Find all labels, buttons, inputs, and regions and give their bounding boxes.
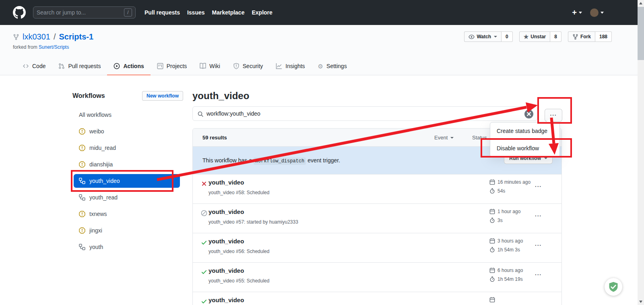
run-duration: 1h 54m 3s bbox=[497, 247, 520, 253]
nav-explore[interactable]: Explore bbox=[252, 9, 272, 16]
run-time: 6 hours ago bbox=[497, 268, 523, 273]
run-title-link[interactable]: youth_video bbox=[208, 208, 244, 215]
repo-tabs: Code Pull requests Actions Projects Wiki… bbox=[16, 58, 353, 75]
tab-label: Security bbox=[243, 63, 263, 69]
run-options-button[interactable]: ··· bbox=[535, 183, 542, 190]
sidebar-item-weibo[interactable]: weibo bbox=[72, 123, 183, 139]
tab-insights[interactable]: Insights bbox=[269, 58, 311, 75]
tab-settings[interactable]: ⚙ Settings bbox=[312, 58, 353, 75]
workflow-search bbox=[192, 106, 537, 121]
pull-request-icon bbox=[58, 63, 65, 69]
book-icon bbox=[200, 63, 206, 69]
sidebar-title: Workflows bbox=[72, 92, 105, 100]
create-new-menu[interactable]: + bbox=[572, 8, 582, 17]
run-title-link[interactable]: youth_video bbox=[208, 179, 244, 186]
user-menu[interactable] bbox=[590, 8, 604, 17]
run-options-button[interactable]: ··· bbox=[535, 213, 542, 219]
graph-icon bbox=[276, 63, 282, 69]
workflow-search-input[interactable] bbox=[206, 107, 516, 120]
repo-fork-icon bbox=[13, 34, 19, 40]
code-icon bbox=[23, 63, 29, 69]
event-filter[interactable]: Event bbox=[434, 135, 454, 141]
sidebar-item-label: weibo bbox=[89, 128, 104, 135]
watch-count[interactable]: 0 bbox=[502, 31, 513, 42]
sidebar-item-jingxi[interactable]: jingxi bbox=[72, 222, 183, 239]
kebab-horizontal-icon: ··· bbox=[535, 213, 542, 219]
caret-down-icon bbox=[579, 12, 582, 14]
menu-item-create-status-badge[interactable]: Create status badge bbox=[490, 122, 559, 139]
tab-label: Wiki bbox=[209, 63, 220, 69]
star-icon: ★ bbox=[524, 34, 529, 39]
run-options-button[interactable]: ··· bbox=[535, 272, 542, 278]
nav-marketplace[interactable]: Marketplace bbox=[212, 9, 245, 16]
sidebar-item-label: dianshijia bbox=[89, 161, 113, 168]
x-icon bbox=[201, 181, 207, 187]
unstar-button[interactable]: ★ Unstar bbox=[519, 31, 551, 42]
play-circle-icon bbox=[114, 63, 120, 69]
star-count[interactable]: 8 bbox=[550, 31, 561, 42]
kebab-horizontal-icon: ··· bbox=[535, 272, 542, 278]
global-search-input[interactable] bbox=[37, 9, 124, 16]
results-count: 59 results bbox=[202, 135, 227, 141]
vertical-scrollbar[interactable] bbox=[638, 0, 644, 305]
run-options-button[interactable]: ··· bbox=[535, 242, 542, 249]
banner-text-post: event trigger. bbox=[308, 157, 340, 164]
repo-name-link[interactable]: Scripts-1 bbox=[59, 32, 94, 41]
nav-issues[interactable]: Issues bbox=[187, 9, 205, 16]
github-logo-icon[interactable] bbox=[13, 6, 26, 19]
sidebar-item-midu-read[interactable]: midu_read bbox=[72, 139, 183, 156]
calendar-icon bbox=[489, 179, 495, 185]
check-icon bbox=[201, 298, 207, 305]
watch-button[interactable]: Watch bbox=[464, 31, 502, 42]
unstar-label: Unstar bbox=[530, 34, 546, 39]
check-icon bbox=[201, 239, 207, 246]
sidebar-item-youth-video[interactable]: youth_video bbox=[74, 174, 180, 188]
sidebar-item-dianshijia[interactable]: dianshijia bbox=[72, 156, 183, 172]
calendar-icon bbox=[489, 209, 495, 214]
run-title-link[interactable]: youth_video bbox=[208, 297, 244, 303]
scrollbar-thumb[interactable] bbox=[638, 7, 644, 60]
breadcrumb: lxk0301 / Scripts-1 bbox=[13, 32, 93, 41]
sidebar-item-all-workflows[interactable]: All workflows bbox=[72, 106, 183, 123]
workflow-icon bbox=[79, 178, 85, 184]
header-right: + bbox=[572, 8, 631, 17]
run-duration: 54s bbox=[497, 188, 505, 194]
fork-button[interactable]: Fork bbox=[568, 31, 595, 42]
search-icon bbox=[197, 111, 204, 117]
sidebar-item-youth[interactable]: youth bbox=[72, 239, 183, 255]
scroll-down-icon[interactable] bbox=[639, 301, 642, 303]
repo-owner-link[interactable]: lxk0301 bbox=[23, 32, 50, 41]
eye-icon bbox=[469, 34, 475, 40]
adguard-badge[interactable] bbox=[605, 278, 622, 296]
tab-code[interactable]: Code bbox=[16, 58, 52, 75]
tab-pull-requests[interactable]: Pull requests bbox=[52, 58, 107, 75]
run-subtitle: youth_video #56: Scheduled bbox=[208, 249, 269, 254]
run-time: 1 hour ago bbox=[497, 209, 520, 214]
nav-pull-requests[interactable]: Pull requests bbox=[144, 9, 180, 16]
tab-projects[interactable]: Projects bbox=[151, 58, 194, 75]
fork-count[interactable]: 188 bbox=[595, 31, 612, 42]
run-time: 3 hours ago bbox=[497, 238, 523, 244]
stopwatch-icon bbox=[489, 276, 495, 282]
fork-note-text: forked from bbox=[13, 44, 39, 50]
tab-label: Actions bbox=[123, 63, 144, 69]
tab-security[interactable]: Security bbox=[227, 58, 270, 75]
menu-item-disable-workflow[interactable]: Disable workflow bbox=[490, 139, 559, 157]
x-circle-icon bbox=[524, 110, 533, 118]
sidebar-item-txnews[interactable]: txnews bbox=[72, 205, 183, 222]
new-workflow-button[interactable]: New workflow bbox=[142, 91, 183, 101]
check-icon bbox=[201, 269, 207, 275]
global-header: / Pull requests Issues Marketplace Explo… bbox=[0, 0, 644, 25]
warning-icon bbox=[79, 145, 85, 151]
tab-actions[interactable]: Actions bbox=[107, 58, 150, 75]
run-title-link[interactable]: youth_video bbox=[208, 238, 244, 245]
stopwatch-icon bbox=[489, 188, 495, 194]
tab-label: Insights bbox=[285, 63, 305, 69]
tab-wiki[interactable]: Wiki bbox=[193, 58, 226, 75]
scroll-up-icon[interactable] bbox=[639, 2, 642, 4]
run-duration: 1h 54m 19s bbox=[497, 276, 523, 282]
sidebar-item-youth-read[interactable]: youth_read bbox=[72, 189, 183, 205]
run-title-link[interactable]: youth_video bbox=[208, 267, 244, 274]
clear-search-button[interactable] bbox=[524, 110, 533, 118]
fork-source-link[interactable]: Sunert/Scripts bbox=[39, 44, 69, 50]
